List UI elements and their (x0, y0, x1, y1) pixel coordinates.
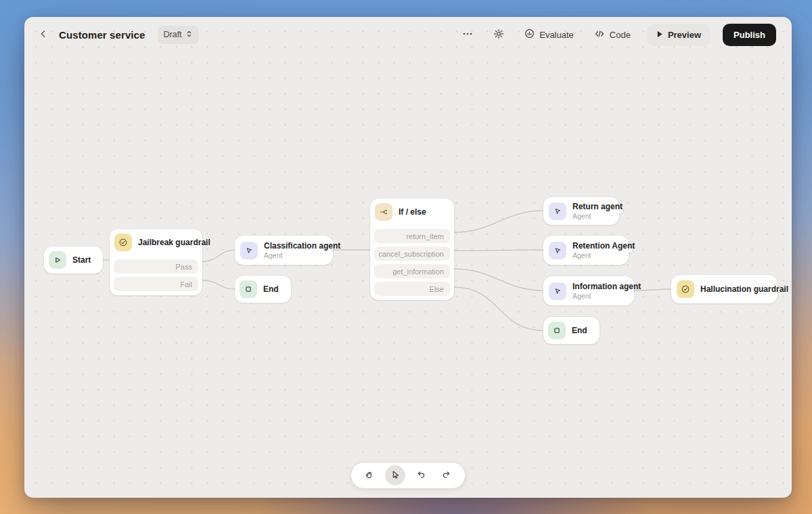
branch-icon (375, 203, 392, 221)
branch-return-item[interactable]: return_item (374, 229, 450, 243)
agent-cursor-icon (240, 242, 258, 259)
node-title: Information agent (572, 282, 641, 291)
node-start[interactable]: Start (44, 247, 103, 274)
branch-else[interactable]: Else (374, 282, 450, 296)
back-button[interactable] (36, 26, 51, 43)
node-subtitle: Agent (264, 251, 340, 259)
draft-status-dropdown[interactable]: Draft (158, 26, 199, 44)
hand-tool-button[interactable] (359, 465, 380, 486)
node-end-fail[interactable]: End (235, 276, 291, 303)
agent-cursor-icon (549, 242, 566, 259)
page-title: Customer service (59, 29, 145, 41)
play-outline-icon (49, 251, 66, 269)
node-title: Classification agent (264, 241, 340, 251)
node-classification-agent[interactable]: Classification agent Agent (235, 236, 333, 265)
evaluate-button[interactable]: Evaluate (520, 24, 578, 45)
node-retention-agent[interactable]: Retention Agent Agent (543, 236, 629, 265)
undo-button[interactable] (411, 465, 431, 486)
node-jailbreak-guardrail[interactable]: Jailbreak guardrail Pass Fail (110, 229, 202, 295)
node-title: Start (72, 255, 96, 265)
publish-button[interactable]: Publish (723, 24, 776, 46)
node-title: End (263, 284, 284, 294)
sort-chevrons-icon (185, 30, 193, 40)
play-icon (656, 30, 663, 40)
publish-label: Publish (734, 30, 765, 40)
evaluate-icon (524, 28, 535, 41)
node-title: Return agent (572, 202, 623, 211)
stop-square-icon (548, 322, 566, 339)
code-icon (594, 29, 605, 41)
node-hallucination-guardrail[interactable]: Hallucination guardrail (671, 275, 777, 303)
branch-pass[interactable]: Pass (114, 259, 198, 274)
cursor-icon (390, 469, 401, 481)
more-options-button[interactable] (458, 24, 477, 45)
node-title: End (572, 326, 593, 335)
agent-cursor-icon (549, 202, 566, 220)
node-subtitle: Agent (572, 212, 623, 220)
canvas-toolbar (351, 463, 465, 488)
select-tool-button[interactable] (385, 465, 405, 486)
undo-icon (415, 469, 426, 482)
branch-get-information[interactable]: get_information (374, 264, 450, 278)
agent-builder-window: Customer service Draft (24, 17, 792, 498)
code-button[interactable]: Code (590, 25, 635, 45)
gear-icon (493, 28, 504, 41)
node-title: Jailbreak guardrail (138, 238, 210, 247)
node-title: If / else (399, 207, 426, 217)
preview-label: Preview (668, 30, 701, 40)
node-return-agent[interactable]: Return agent Agent (543, 197, 619, 225)
chevron-left-icon (39, 29, 48, 41)
top-bar: Customer service Draft (24, 17, 792, 52)
header-actions: Evaluate Code Preview Publish (458, 24, 776, 46)
node-subtitle: Agent (572, 251, 635, 259)
status-badge-label: Draft (164, 30, 182, 39)
redo-icon (441, 469, 452, 482)
redo-button[interactable] (436, 465, 457, 486)
preview-button[interactable]: Preview (647, 24, 710, 46)
guardrail-branches: Pass Fail (110, 259, 202, 295)
guardrail-shield-check-icon (677, 280, 694, 298)
settings-button[interactable] (489, 24, 508, 45)
stop-square-icon (240, 280, 257, 298)
node-end-else[interactable]: End (543, 317, 600, 344)
node-information-agent[interactable]: Information agent Agent (543, 276, 634, 305)
guardrail-shield-check-icon (114, 234, 132, 251)
node-if-else[interactable]: If / else return_item cancel_subscriptio… (370, 198, 454, 300)
ellipsis-icon (462, 28, 473, 41)
evaluate-label: Evaluate (539, 30, 574, 40)
branch-cancel-subscription[interactable]: cancel_subscription (374, 247, 450, 261)
node-title: Hallucination guardrail (700, 284, 788, 294)
if-else-branches: return_item cancel_subscription get_info… (370, 229, 454, 300)
hand-icon (364, 469, 375, 482)
node-title: Retention Agent (572, 241, 635, 251)
branch-fail[interactable]: Fail (114, 277, 198, 291)
code-label: Code (610, 30, 631, 40)
node-subtitle: Agent (572, 292, 641, 300)
agent-cursor-icon (549, 282, 566, 300)
